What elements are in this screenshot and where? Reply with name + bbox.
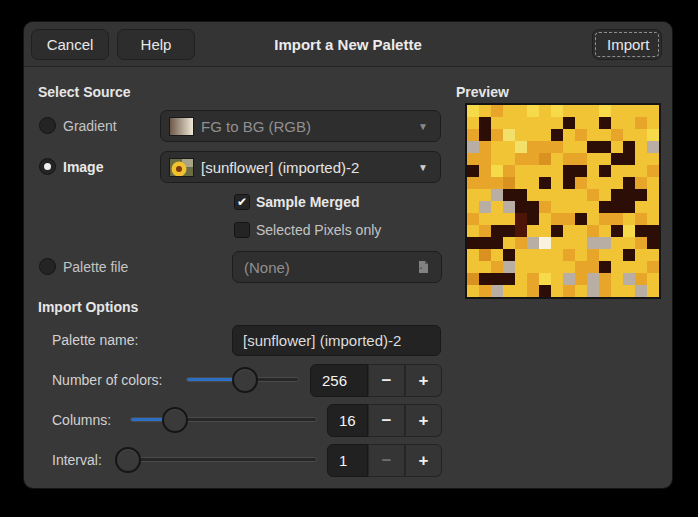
selected-pixels-only-checkbox[interactable] bbox=[234, 222, 250, 238]
palette-cell bbox=[575, 225, 587, 237]
palette-cell bbox=[563, 105, 575, 117]
palette-cell bbox=[467, 249, 479, 261]
preview-heading: Preview bbox=[456, 83, 509, 101]
number-of-colors-slider[interactable] bbox=[185, 367, 300, 393]
palette-cell bbox=[515, 261, 527, 273]
gradient-thumbnail-icon bbox=[169, 117, 194, 136]
palette-cell bbox=[647, 153, 659, 165]
palette-cell bbox=[515, 201, 527, 213]
palette-file-radio-label: Palette file bbox=[63, 258, 128, 276]
preview-grid bbox=[467, 105, 659, 297]
palette-cell bbox=[539, 249, 551, 261]
palette-cell bbox=[563, 189, 575, 201]
palette-cell bbox=[515, 105, 527, 117]
palette-cell bbox=[491, 177, 503, 189]
palette-cell bbox=[515, 129, 527, 141]
palette-file-radio[interactable] bbox=[39, 258, 56, 275]
minus-button[interactable]: − bbox=[368, 444, 405, 477]
palette-cell bbox=[515, 117, 527, 129]
palette-cell bbox=[551, 249, 563, 261]
interval-spinner: 1 − + bbox=[327, 444, 442, 477]
palette-cell bbox=[611, 273, 623, 285]
palette-cell bbox=[599, 285, 611, 297]
plus-button[interactable]: + bbox=[405, 364, 442, 397]
columns-label: Columns: bbox=[52, 411, 111, 429]
palette-file-value: (None) bbox=[244, 259, 415, 276]
palette-cell bbox=[575, 285, 587, 297]
palette-cell bbox=[467, 141, 479, 153]
palette-cell bbox=[611, 129, 623, 141]
palette-cell bbox=[563, 237, 575, 249]
slider-track[interactable] bbox=[116, 457, 317, 462]
columns-slider[interactable] bbox=[129, 407, 318, 433]
palette-cell bbox=[491, 237, 503, 249]
palette-cell bbox=[611, 237, 623, 249]
minus-button[interactable]: − bbox=[368, 404, 405, 437]
plus-button[interactable]: + bbox=[405, 404, 442, 437]
palette-cell bbox=[503, 129, 515, 141]
import-palette-dialog: Cancel Help Import a New Palette Import … bbox=[24, 22, 672, 488]
palette-cell bbox=[587, 261, 599, 273]
slider-handle[interactable] bbox=[162, 407, 188, 433]
palette-cell bbox=[587, 189, 599, 201]
palette-cell bbox=[647, 273, 659, 285]
palette-cell bbox=[479, 273, 491, 285]
interval-value[interactable]: 1 bbox=[327, 444, 368, 477]
palette-cell bbox=[479, 285, 491, 297]
palette-cell bbox=[599, 249, 611, 261]
palette-cell bbox=[539, 189, 551, 201]
gradient-radio[interactable] bbox=[39, 117, 56, 134]
slider-handle[interactable] bbox=[115, 447, 141, 473]
image-radio[interactable] bbox=[39, 158, 56, 175]
interval-slider[interactable] bbox=[115, 447, 318, 473]
preview-box bbox=[465, 103, 661, 299]
palette-cell bbox=[467, 237, 479, 249]
palette-cell bbox=[467, 201, 479, 213]
palette-name-input[interactable]: [sunflower] (imported)-2 bbox=[232, 325, 441, 356]
palette-cell bbox=[623, 201, 635, 213]
slider-track[interactable] bbox=[130, 417, 317, 422]
palette-cell bbox=[599, 117, 611, 129]
palette-cell bbox=[467, 117, 479, 129]
palette-cell bbox=[515, 153, 527, 165]
palette-cell bbox=[527, 213, 539, 225]
minus-button[interactable]: − bbox=[368, 364, 405, 397]
palette-cell bbox=[515, 225, 527, 237]
plus-button[interactable]: + bbox=[405, 444, 442, 477]
number-of-colors-spinner: 256 − + bbox=[310, 364, 442, 397]
palette-cell bbox=[635, 225, 647, 237]
slider-handle[interactable] bbox=[232, 367, 258, 393]
check-icon: ✔ bbox=[237, 195, 247, 209]
palette-cell bbox=[611, 177, 623, 189]
palette-cell bbox=[563, 201, 575, 213]
palette-cell bbox=[575, 273, 587, 285]
image-combo[interactable]: [sunflower] (imported)-2 ▼ bbox=[160, 151, 441, 183]
palette-cell bbox=[623, 129, 635, 141]
number-of-colors-value[interactable]: 256 bbox=[310, 364, 368, 397]
palette-cell bbox=[599, 141, 611, 153]
palette-cell bbox=[515, 189, 527, 201]
palette-cell bbox=[635, 189, 647, 201]
sample-merged-checkbox[interactable]: ✔ bbox=[234, 194, 250, 210]
palette-cell bbox=[587, 201, 599, 213]
gradient-combo[interactable]: FG to BG (RGB) ▼ bbox=[160, 110, 441, 142]
palette-cell bbox=[491, 273, 503, 285]
columns-spinner: 16 − + bbox=[327, 404, 442, 437]
palette-cell bbox=[515, 141, 527, 153]
palette-cell bbox=[491, 117, 503, 129]
import-button[interactable]: Import bbox=[592, 29, 662, 60]
palette-cell bbox=[491, 285, 503, 297]
palette-cell bbox=[611, 189, 623, 201]
palette-cell bbox=[515, 213, 527, 225]
palette-cell bbox=[611, 165, 623, 177]
palette-cell bbox=[623, 285, 635, 297]
palette-cell bbox=[647, 249, 659, 261]
cancel-button[interactable]: Cancel bbox=[31, 29, 109, 60]
chevron-down-icon: ▼ bbox=[418, 162, 428, 173]
palette-cell bbox=[563, 225, 575, 237]
selected-pixels-only-label: Selected Pixels only bbox=[256, 221, 381, 239]
sunflower-thumbnail-icon bbox=[169, 158, 194, 177]
palette-cell bbox=[611, 213, 623, 225]
palette-file-chooser-button[interactable]: (None) bbox=[232, 251, 442, 283]
columns-value[interactable]: 16 bbox=[327, 404, 368, 437]
